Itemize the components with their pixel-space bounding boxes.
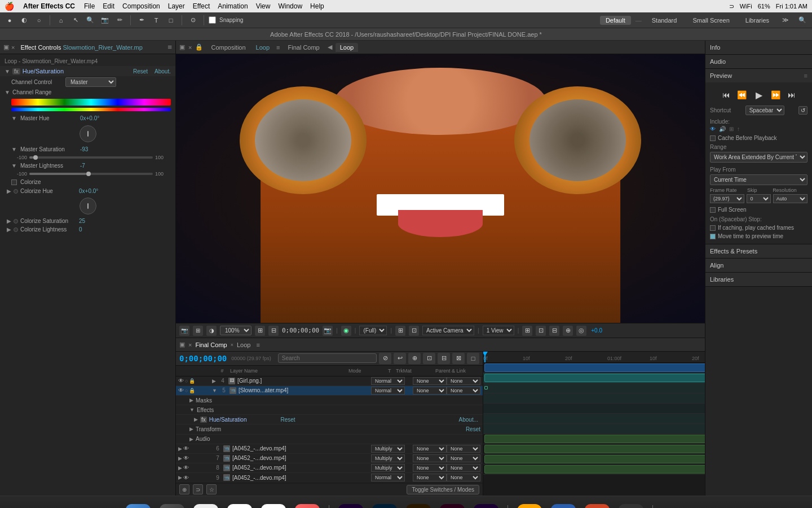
master-sat-arrow[interactable]: ▼ <box>11 146 17 152</box>
prev-fwd-btn[interactable]: ⏩ <box>770 89 782 100</box>
effect-controls-tab[interactable]: Effect Controls Slowmotion_River_Water.m… <box>17 43 145 52</box>
resolution-select[interactable]: Auto <box>773 194 807 203</box>
audio-arrow[interactable]: ▶ <box>189 436 193 442</box>
full-screen-checkbox[interactable] <box>710 207 716 213</box>
panel-close[interactable]: × <box>11 44 15 51</box>
close-btn[interactable]: ● <box>3 15 16 26</box>
viewer-fit-btn[interactable]: ⊞ <box>255 326 265 336</box>
fx-toggle-arrow[interactable]: ▼ <box>5 68 10 75</box>
eye-icon-5[interactable]: 👁 <box>178 387 184 393</box>
layer-row-8[interactable]: ▶ 👁 8 📹 [A0452_-...devo.mp4] Multiply No… <box>176 463 483 473</box>
dock-launchpad[interactable]: 🚀 <box>157 502 187 509</box>
tab-loop[interactable]: Loop <box>336 43 358 52</box>
text-tool[interactable]: T <box>150 15 162 26</box>
prev-back-btn[interactable]: ⏪ <box>736 89 748 100</box>
effects-arrow[interactable]: ▼ <box>189 407 195 413</box>
ws-libraries[interactable]: Libraries <box>740 16 775 25</box>
lock-icon-4[interactable]: 🔒 <box>189 378 195 384</box>
search-tool[interactable]: 🔍 <box>84 15 96 26</box>
master-light-value[interactable]: -7 <box>80 163 85 169</box>
viewer-grid-btn[interactable]: ⊞ <box>193 326 203 336</box>
dock-chrome[interactable]: 🌐 <box>191 502 220 509</box>
layer-row-5[interactable]: 👁 ○ 🔒 ▼ 5 📹 [Slowmo...ater.mp4] Normal <box>176 386 483 396</box>
ws-more[interactable]: ≫ <box>779 15 792 26</box>
snapping-toggle[interactable] <box>209 16 216 24</box>
layer-parent-8[interactable]: None <box>447 464 480 472</box>
master-sat-value[interactable]: -93 <box>80 146 88 152</box>
tl-clip-8[interactable] <box>484 455 705 463</box>
fx-expand-arrow[interactable]: ▶ <box>194 417 198 422</box>
viewer-fit-h-btn[interactable]: ⊟ <box>268 326 279 336</box>
masks-arrow[interactable]: ▶ <box>189 397 193 403</box>
maximize-btn[interactable]: ○ <box>33 15 45 26</box>
expand-9[interactable]: ▶ <box>178 475 182 480</box>
dock-trash[interactable]: 🗑 <box>660 502 689 509</box>
tl-clip-9[interactable] <box>484 465 705 474</box>
info-header[interactable]: Info <box>705 41 812 54</box>
tl-close2[interactable]: × <box>231 342 233 348</box>
viewer-extra-2[interactable]: ⊡ <box>536 326 546 336</box>
tl-menu[interactable]: ≡ <box>256 341 259 348</box>
layer-mode-4[interactable]: Normal <box>371 377 405 385</box>
camera-tool[interactable]: 📷 <box>99 15 111 26</box>
tl-clip-4[interactable] <box>484 364 705 372</box>
master-sat-slider[interactable]: -100 100 <box>0 154 175 161</box>
layer-trkmat-5[interactable]: None <box>413 387 447 395</box>
comp-lock[interactable]: 🔒 <box>195 43 203 51</box>
tl-markers-btn[interactable]: ⊃ <box>193 484 203 494</box>
menu-view[interactable]: View <box>256 2 271 10</box>
eye-icon-9[interactable]: 👁 <box>183 475 189 481</box>
include-video-icon[interactable]: 👁 <box>710 126 716 132</box>
master-hue-dial[interactable] <box>80 125 96 142</box>
eye-icon-4[interactable]: 👁 <box>178 378 184 384</box>
layer-parent-7[interactable]: None <box>447 454 480 462</box>
dock-word[interactable]: W <box>549 502 578 509</box>
skip-select[interactable]: 0 <box>747 194 770 203</box>
layer-parent-9[interactable]: None <box>447 474 480 481</box>
expand-7[interactable]: ▶ <box>178 456 182 461</box>
dock-umobi[interactable]: U <box>616 502 646 509</box>
tl-ctrl-7[interactable]: □ <box>467 353 479 364</box>
layer-parent-5[interactable]: None <box>447 387 480 395</box>
layer-trkmat-4[interactable]: None <box>413 377 447 385</box>
menu-help[interactable]: Help <box>310 2 324 10</box>
master-light-arrow[interactable]: ▼ <box>11 163 17 169</box>
expand-6[interactable]: ▶ <box>178 446 182 452</box>
tl-clip-5[interactable] <box>484 374 705 382</box>
layer-trkmat-6[interactable]: None <box>413 445 447 453</box>
preview-menu[interactable]: ≡ <box>804 72 807 79</box>
dock-photos[interactable]: 🖼 <box>259 502 288 509</box>
ws-small[interactable]: Small Screen <box>687 16 735 25</box>
dock-itunes[interactable]: 🎵 <box>293 502 322 509</box>
eye-icon-6[interactable]: 👁 <box>183 445 189 452</box>
include-audio-icon[interactable]: 🔊 <box>719 126 726 132</box>
viewer-mask-btn[interactable]: ◑ <box>206 326 217 336</box>
tl-loop-tab[interactable]: Loop <box>237 341 250 348</box>
expand-8[interactable]: ▶ <box>178 465 182 471</box>
master-hue-value[interactable]: 0x+0.0° <box>80 115 99 121</box>
master-light-thumb[interactable] <box>86 172 91 176</box>
lock-icon-5[interactable]: 🔒 <box>189 388 195 393</box>
menu-file[interactable]: File <box>84 2 95 10</box>
eye-icon-7[interactable]: 👁 <box>183 455 189 461</box>
frame-rate-select[interactable]: (29.97) <box>710 194 744 203</box>
dock-id[interactable]: Id <box>438 502 467 509</box>
menu-window[interactable]: Window <box>278 2 302 10</box>
active-camera-select[interactable]: Active Camera <box>422 326 474 335</box>
colorize-sat-val[interactable]: 25 <box>79 218 85 224</box>
master-light-slider[interactable]: -100 100 <box>0 170 175 177</box>
tl-ctrl-5[interactable]: ⊟ <box>438 353 450 364</box>
layer-parent-6[interactable]: None <box>447 445 480 453</box>
solo-icon-5[interactable]: ○ <box>185 388 188 393</box>
tl-ctrl-1[interactable]: ⊘ <box>379 353 391 364</box>
tab-final-comp[interactable]: Final Comp <box>283 43 324 52</box>
master-light-track[interactable] <box>29 173 153 175</box>
quality-select[interactable]: (Full) <box>359 326 387 335</box>
master-sat-thumb[interactable] <box>33 155 38 160</box>
dock-ai[interactable]: Ai <box>404 502 433 509</box>
effect-about[interactable]: About. <box>155 68 171 75</box>
viewer-frame-btn[interactable]: ⊞ <box>395 326 405 336</box>
viewer-snapshot-btn[interactable]: 📷 <box>179 326 189 336</box>
menu-composition[interactable]: Composition <box>122 2 160 10</box>
layer-mode-7[interactable]: Multiply <box>371 454 405 462</box>
